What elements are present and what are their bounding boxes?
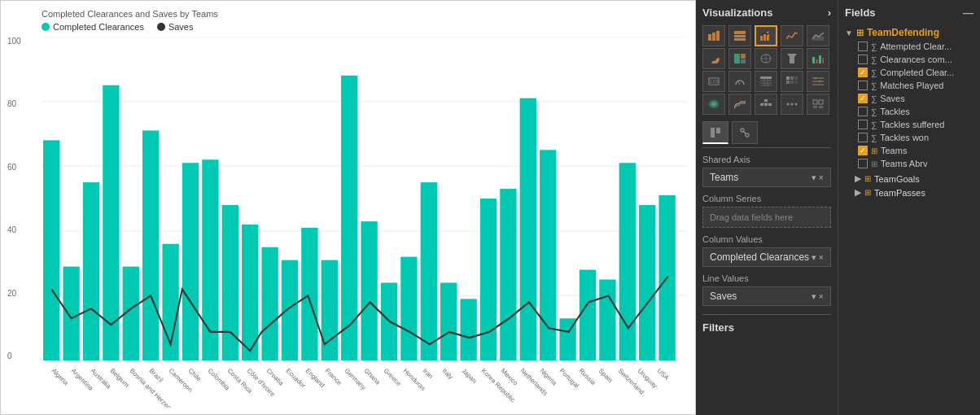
y-axis-labels: 0 20 40 60 80 100 (7, 37, 21, 360)
svg-rect-129 (716, 128, 720, 133)
field-item-matches-played[interactable]: ∑ Matches Played (845, 79, 973, 92)
field-item-teams[interactable]: ✓ ⊞ Teams (845, 144, 973, 157)
subgroup-header-teampasses[interactable]: ▶ ⊞ TeamPasses (851, 186, 973, 199)
viz-icon-matrix[interactable] (781, 71, 803, 92)
svg-text:123: 123 (710, 79, 719, 84)
viz-icon-column[interactable] (728, 25, 751, 46)
field-item-saves[interactable]: ✓ ∑ Saves (845, 92, 973, 105)
svg-rect-34 (599, 280, 615, 361)
shared-axis-remove[interactable]: ▾ × (812, 173, 824, 183)
viz-icon-card[interactable]: 123 (702, 71, 725, 92)
viz-icon-bar[interactable] (702, 25, 725, 46)
viz-icon-combo[interactable] (755, 25, 777, 46)
svg-rect-117 (768, 103, 772, 106)
field-checkbox-tackles[interactable] (858, 107, 868, 116)
viz-icon-map[interactable] (755, 48, 777, 69)
column-series-placeholder: Drag data fields here (710, 212, 793, 222)
field-checkbox-teams[interactable]: ✓ (858, 146, 868, 155)
column-values-field[interactable]: Completed Clearances ▾ × (702, 247, 831, 267)
svg-rect-95 (760, 76, 772, 79)
line-values-field[interactable]: Saves ▾ × (702, 286, 831, 306)
column-series-drop[interactable]: Drag data fields here (702, 207, 831, 228)
field-label-clearances-com: Clearances com... (880, 55, 952, 64)
viz-icon-waterfall[interactable] (807, 48, 829, 69)
viz-icon-more1[interactable] (781, 94, 803, 115)
column-values-remove[interactable]: ▾ × (812, 252, 824, 263)
fields-panel: Fields — ▼ ⊞ TeamDefending ∑ Attempted C… (838, 0, 980, 415)
viz-icon-filled-map[interactable] (702, 94, 725, 115)
viz-icon-more2[interactable] (807, 94, 829, 115)
svg-text:Iran: Iran (422, 367, 435, 380)
field-item-teams-abrv[interactable]: ⊞ Teams Abrv (845, 157, 973, 170)
subgroup-header-teamgoals[interactable]: ▶ ⊞ TeamGoals (851, 172, 973, 186)
svg-point-123 (795, 103, 798, 106)
viz-icon-ribbon[interactable] (728, 94, 751, 115)
column-values-label: Column Values (702, 234, 831, 244)
svg-point-122 (791, 103, 794, 106)
field-label-teams-abrv: Teams Abrv (881, 159, 927, 168)
viz-icon-treemap[interactable] (728, 48, 751, 69)
field-label-tackles: Tackles (880, 107, 910, 116)
field-item-tackles-suffered[interactable]: ∑ Tackles suffered (845, 118, 973, 131)
field-label-attempted-clear: Attempted Clear... (880, 42, 952, 51)
svg-text:Italy: Italy (441, 367, 455, 381)
fields-subgroup-teampasses: ▶ ⊞ TeamPasses (851, 186, 973, 199)
svg-point-131 (746, 133, 749, 137)
svg-rect-36 (639, 205, 655, 360)
field-checkbox-saves[interactable]: ✓ (858, 94, 868, 103)
field-checkbox-attempted-clear[interactable] (858, 42, 868, 51)
svg-rect-35 (619, 163, 636, 360)
field-label-tackles-suffered: Tackles suffered (880, 120, 944, 129)
field-item-completed-clear[interactable]: ✓ ∑ Completed Clear... (845, 66, 973, 79)
field-label-completed-clear: Completed Clear... (880, 68, 954, 77)
field-checkbox-completed-clear[interactable]: ✓ (858, 68, 868, 77)
svg-point-130 (741, 129, 744, 132)
viz-tab-analytics[interactable] (732, 121, 758, 144)
field-item-attempted-clear[interactable]: ∑ Attempted Clear... (845, 40, 973, 53)
field-teams-icon: ⊞ (871, 146, 877, 155)
filters-section: Filters (702, 314, 831, 334)
svg-text:Japan: Japan (461, 367, 479, 385)
svg-rect-82 (741, 54, 746, 59)
svg-rect-91 (822, 58, 824, 63)
shared-axis-field[interactable]: Teams ▾ × (702, 168, 831, 187)
field-item-clearances-com[interactable]: ∑ Clearances com... (845, 53, 973, 66)
viz-panel: Visualizations › (696, 0, 838, 415)
svg-rect-128 (711, 128, 715, 138)
line-values-remove[interactable]: ▾ × (812, 291, 824, 302)
viz-icon-gauge[interactable] (728, 71, 751, 92)
field-item-tackles[interactable]: ∑ Tackles (845, 105, 973, 118)
field-checkbox-teams-abrv[interactable] (858, 159, 868, 168)
svg-rect-70 (708, 34, 711, 41)
viz-icon-slicer[interactable] (807, 71, 829, 92)
svg-rect-101 (786, 76, 790, 80)
field-checkbox-matches-played[interactable] (858, 81, 868, 90)
fields-panel-close[interactable]: — (963, 7, 973, 19)
svg-rect-14 (202, 159, 218, 360)
field-checkbox-tackles-suffered[interactable] (858, 120, 868, 129)
field-label-saves: Saves (880, 94, 905, 103)
viz-icon-funnel[interactable] (781, 48, 803, 69)
x-axis-labels: Algeria Argentina Australia Belgium Bosn… (42, 363, 676, 408)
svg-rect-89 (816, 59, 818, 63)
viz-icon-table[interactable] (755, 71, 777, 92)
field-checkbox-clearances-com[interactable] (858, 55, 868, 64)
fields-group-header-teamdefending[interactable]: ▼ ⊞ TeamDefending (845, 25, 973, 40)
field-item-tackles-won[interactable]: ∑ Tackles won (845, 131, 973, 144)
viz-panel-chevron[interactable]: › (828, 7, 831, 19)
viz-icon-pie[interactable] (702, 48, 725, 69)
svg-rect-81 (734, 54, 740, 63)
svg-rect-114 (764, 99, 768, 102)
legend-item-saves: Saves (157, 22, 194, 32)
subgroup-name-teamgoals: TeamGoals (874, 174, 920, 184)
viz-tab-format[interactable] (702, 121, 728, 144)
field-label-teams: Teams (881, 146, 907, 155)
svg-rect-21 (341, 76, 357, 360)
viz-icon-area[interactable] (781, 25, 803, 46)
viz-icon-scatter[interactable] (807, 25, 829, 46)
expand-icon: ▼ (845, 28, 853, 37)
svg-text:Brazil: Brazil (148, 367, 165, 384)
field-checkbox-tackles-won[interactable] (858, 133, 868, 142)
viz-icon-decomp[interactable] (755, 94, 777, 115)
line-values-value: Saves (710, 290, 737, 302)
